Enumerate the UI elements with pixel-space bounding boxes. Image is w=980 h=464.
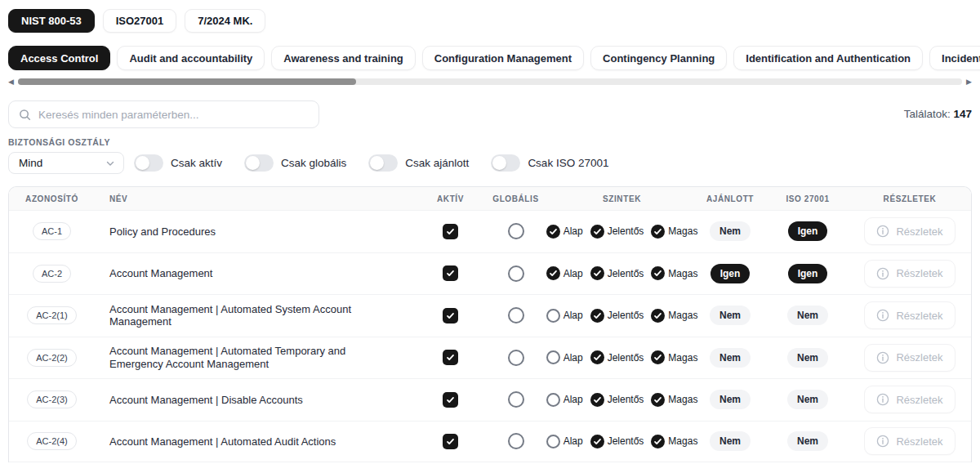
info-icon <box>876 267 889 280</box>
level-checkbox-alap[interactable] <box>546 309 560 323</box>
level-checkbox-jelentos[interactable] <box>590 393 604 407</box>
control-id-badge: AC-2(1) <box>27 306 77 324</box>
security-class-label: BIZTONSÁGI OSZTÁLY <box>8 137 972 147</box>
recommended-badge: Igen <box>710 264 751 283</box>
level-magas: Magas <box>651 266 697 280</box>
level-checkbox-jelentos[interactable] <box>590 435 604 448</box>
levels-group: Alap Jelentős Magas <box>550 393 693 407</box>
details-button[interactable]: Részletek <box>864 217 955 245</box>
level-magas: Magas <box>651 309 697 323</box>
level-label: Jelentős <box>608 225 644 237</box>
dataset-tab-nist-800-53[interactable]: NIST 800-53 <box>8 9 95 33</box>
level-checkbox-alap[interactable] <box>546 225 560 239</box>
details-button[interactable]: Részletek <box>864 301 955 329</box>
levels-group: Alap Jelentős Magas <box>550 435 693 448</box>
controls-table: AZONOSÍTÓNÉVAKTÍVGLOBÁLISSZINTEKAJÁNLOTT… <box>8 186 972 462</box>
level-alap: Alap <box>546 350 583 364</box>
level-checkbox-alap[interactable] <box>546 350 560 364</box>
level-checkbox-magas[interactable] <box>651 350 665 364</box>
recommended-badge: Nem <box>710 221 751 241</box>
dataset-tab-7-2024-mk[interactable]: 7/2024 MK. <box>185 9 265 33</box>
toggle-switch-csak-ajanlott[interactable] <box>368 154 398 172</box>
table-row: AC-2(4) Account Management | Automated A… <box>9 421 971 463</box>
toggle-csak-aktiv: Csak aktív <box>134 154 222 172</box>
scrollbar-track[interactable] <box>18 78 962 85</box>
active-checkbox[interactable] <box>443 308 458 323</box>
level-label: Alap <box>564 352 583 364</box>
toggle-label: Csak globális <box>281 157 346 169</box>
iso27001-badge: Nem <box>787 348 828 368</box>
scroll-left-icon[interactable]: ◀ <box>8 78 14 86</box>
active-checkbox[interactable] <box>443 434 458 449</box>
toggle-switch-csak-iso-27001[interactable] <box>491 154 520 172</box>
scrollbar-thumb[interactable] <box>18 78 356 85</box>
levels-group: Alap Jelentős Magas <box>550 309 693 323</box>
toggle-switch-csak-globalis[interactable] <box>244 154 274 172</box>
category-tab-awareness-and-training[interactable]: Awareness and training <box>271 46 415 70</box>
level-alap: Alap <box>546 309 583 323</box>
global-checkbox[interactable] <box>508 433 524 449</box>
level-checkbox-magas[interactable] <box>651 309 665 323</box>
level-checkbox-alap[interactable] <box>546 435 560 448</box>
category-tab-identification-and-authentication[interactable]: Identification and Authentication <box>733 46 923 70</box>
control-id-badge: AC-2 <box>33 265 71 283</box>
level-alap: Alap <box>546 393 583 407</box>
iso27001-badge: Igen <box>788 264 828 283</box>
table-row: AC-1 Policy and Procedures Alap Jelentős… <box>9 210 971 252</box>
level-checkbox-jelentos[interactable] <box>590 309 604 323</box>
level-checkbox-magas[interactable] <box>651 225 665 239</box>
level-checkbox-magas[interactable] <box>651 435 665 448</box>
level-checkbox-alap[interactable] <box>546 393 560 407</box>
level-checkbox-jelentos[interactable] <box>590 350 604 364</box>
level-checkbox-magas[interactable] <box>651 393 665 407</box>
level-checkbox-jelentos[interactable] <box>590 266 604 280</box>
active-checkbox[interactable] <box>443 392 458 408</box>
details-button[interactable]: Részletek <box>864 386 955 413</box>
details-button[interactable]: Részletek <box>864 260 955 288</box>
table-row: AC-2(2) Account Management | Automated T… <box>9 337 971 379</box>
info-icon <box>876 351 889 364</box>
column-header-ajanlott: AJÁNLOTT <box>693 194 767 203</box>
active-checkbox[interactable] <box>443 224 458 239</box>
category-tab-configuration-management[interactable]: Configuration Management <box>422 46 584 70</box>
global-checkbox[interactable] <box>508 391 524 408</box>
control-name: Account Management | Automated Temporary… <box>95 338 420 377</box>
toggle-switch-csak-aktiv[interactable] <box>134 154 163 172</box>
level-checkbox-alap[interactable] <box>546 266 560 280</box>
global-checkbox[interactable] <box>508 265 524 282</box>
dataset-tab-iso27001[interactable]: ISO27001 <box>103 9 177 33</box>
global-checkbox[interactable] <box>508 350 524 366</box>
level-checkbox-magas[interactable] <box>651 266 665 280</box>
column-header-globalis: GLOBÁLIS <box>481 194 550 203</box>
category-tab-incident-response[interactable]: Incident response <box>929 46 980 70</box>
security-class-select[interactable]: Mind <box>8 152 124 174</box>
iso27001-badge: Igen <box>788 221 828 241</box>
details-button[interactable]: Részletek <box>864 344 955 372</box>
level-jelentos: Jelentős <box>590 225 644 239</box>
info-icon <box>876 309 889 322</box>
search-input[interactable] <box>38 109 309 121</box>
scroll-right-icon[interactable]: ▶ <box>966 78 972 86</box>
recommended-badge: Nem <box>710 306 751 325</box>
active-checkbox[interactable] <box>443 350 458 365</box>
details-button[interactable]: Részletek <box>864 427 955 455</box>
level-jelentos: Jelentős <box>590 393 644 407</box>
global-checkbox[interactable] <box>508 307 524 323</box>
category-tab-contingency-planning[interactable]: Contingency Planning <box>590 46 727 70</box>
recommended-badge: Nem <box>710 348 751 368</box>
column-header-iso-27001: ISO 27001 <box>767 194 849 203</box>
results-label: Találatok: <box>904 108 951 120</box>
global-checkbox[interactable] <box>508 223 524 239</box>
level-checkbox-jelentos[interactable] <box>590 225 604 239</box>
category-tab-audit-and-accountability[interactable]: Audit and accountability <box>117 46 265 70</box>
details-button-label: Részletek <box>896 225 942 238</box>
levels-group: Alap Jelentős Magas <box>550 225 693 239</box>
column-header-aktiv: AKTÍV <box>420 194 481 203</box>
level-label: Alap <box>564 225 583 237</box>
active-checkbox[interactable] <box>443 265 458 281</box>
level-magas: Magas <box>651 435 697 448</box>
level-alap: Alap <box>546 266 583 280</box>
search-icon <box>19 109 31 121</box>
column-header-szintek: SZINTEK <box>550 194 693 203</box>
category-tab-access-control[interactable]: Access Control <box>8 46 110 70</box>
